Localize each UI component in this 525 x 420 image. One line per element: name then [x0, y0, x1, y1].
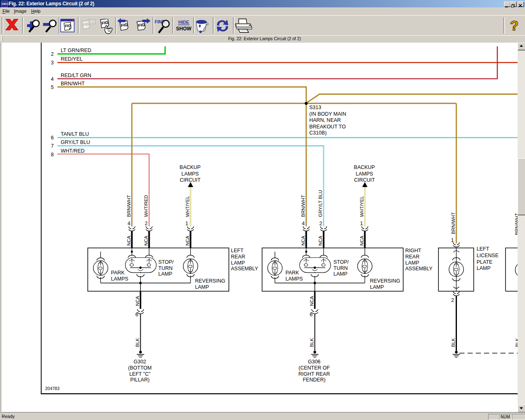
svg-text:REVERSING: REVERSING	[370, 278, 400, 284]
svg-text:NCA: NCA	[185, 235, 190, 246]
svg-text:FENDER): FENDER)	[303, 377, 326, 383]
svg-text:1: 1	[360, 221, 363, 226]
svg-text:REAR: REAR	[231, 254, 245, 260]
svg-text:BRN/WHT: BRN/WHT	[451, 212, 456, 234]
svg-text:RIGHT: RIGHT	[405, 248, 421, 253]
svg-text:(BOTTOM: (BOTTOM	[128, 365, 151, 371]
svg-text:GRY/LT BLU: GRY/LT BLU	[318, 190, 323, 217]
svg-text:HIDE: HIDE	[178, 20, 189, 25]
svg-text:BRN/WHT: BRN/WHT	[126, 195, 131, 217]
svg-text:8: 8	[51, 152, 54, 158]
svg-text:ASSEMBLY: ASSEMBLY	[231, 266, 258, 272]
svg-text:LICENSE: LICENSE	[477, 253, 499, 258]
svg-text:2: 2	[451, 297, 454, 303]
svg-text:PARK: PARK	[285, 270, 299, 276]
svg-text:LAMP: LAMP	[370, 284, 384, 290]
svg-text:LAMPS: LAMPS	[356, 171, 373, 177]
svg-text:BLK: BLK	[135, 338, 140, 347]
svg-text:NCA: NCA	[126, 235, 131, 246]
svg-text:FIG: FIG	[121, 22, 128, 27]
svg-text:WHT/RED: WHT/RED	[61, 148, 84, 154]
svg-text:C310B): C310B)	[309, 130, 326, 136]
svg-text:4: 4	[128, 221, 130, 226]
svg-text:LAMP: LAMP	[158, 271, 172, 277]
svg-text:TAN/LT BLU: TAN/LT BLU	[61, 131, 89, 137]
svg-text:LAMPS: LAMPS	[285, 276, 303, 282]
svg-text:ASSEMBLY: ASSEMBLY	[405, 266, 433, 272]
svg-text:NCA: NCA	[301, 235, 306, 246]
svg-text:BACKUP: BACKUP	[354, 164, 375, 170]
svg-text:(IN BODY MAIN: (IN BODY MAIN	[309, 111, 346, 117]
svg-text:PILLAR): PILLAR)	[130, 377, 149, 383]
svg-text:NCA: NCA	[309, 296, 314, 306]
svg-text:LEFT "C": LEFT "C"	[129, 371, 151, 377]
svg-text:FIG: FIG	[101, 20, 109, 25]
svg-text:LAMPS: LAMPS	[111, 276, 128, 282]
svg-text:(CENTER OF: (CENTER OF	[299, 365, 330, 371]
svg-text:WHT/YEL: WHT/YEL	[359, 196, 364, 217]
svg-text:NCA: NCA	[135, 296, 140, 306]
svg-text:G306: G306	[308, 359, 321, 365]
svg-text:WHT/RED: WHT/RED	[144, 195, 148, 217]
svg-text:TURN: TURN	[158, 265, 173, 271]
svg-text:LAMP: LAMP	[477, 265, 491, 271]
svg-text:RED/YEL: RED/YEL	[61, 56, 83, 62]
svg-text:BRN/WHT: BRN/WHT	[61, 81, 85, 87]
svg-text:LAMP: LAMP	[405, 260, 419, 266]
svg-text:5: 5	[51, 84, 54, 90]
svg-text:CIRCUIT: CIRCUIT	[180, 177, 201, 183]
svg-text:6: 6	[310, 312, 313, 317]
svg-text:?: ?	[510, 18, 519, 33]
svg-text:6: 6	[51, 135, 54, 141]
svg-text:NCA: NCA	[144, 235, 148, 246]
svg-text:SHOW: SHOW	[176, 26, 192, 32]
svg-text:TURN: TURN	[333, 265, 348, 271]
svg-text:FIG: FIG	[65, 23, 71, 28]
svg-text:7: 7	[51, 143, 54, 149]
svg-text:2: 2	[51, 51, 54, 57]
svg-text:3: 3	[51, 60, 54, 66]
svg-text:STOP/: STOP/	[158, 259, 174, 265]
svg-text:LEFT: LEFT	[477, 246, 489, 252]
svg-text:REVERSING: REVERSING	[195, 278, 226, 284]
svg-text:2: 2	[320, 221, 322, 226]
svg-text:PARK: PARK	[111, 270, 125, 276]
svg-text:4: 4	[302, 221, 305, 226]
svg-text:S313: S313	[309, 105, 321, 110]
svg-text:LAMPS: LAMPS	[181, 171, 199, 177]
svg-text:CIRCUIT: CIRCUIT	[354, 177, 375, 183]
svg-text:BLK: BLK	[309, 338, 314, 347]
svg-text:BRN/WHT: BRN/WHT	[301, 195, 306, 217]
svg-text:BLK: BLK	[451, 338, 456, 347]
svg-text:BREAKOUT TO: BREAKOUT TO	[309, 124, 346, 130]
svg-text:LAMP: LAMP	[231, 260, 245, 266]
svg-text:G302: G302	[134, 359, 146, 365]
svg-text:WHT/YEL: WHT/YEL	[185, 196, 190, 217]
svg-text:LEFT: LEFT	[231, 248, 244, 253]
svg-text:NCA: NCA	[318, 235, 323, 246]
svg-text:4: 4	[51, 76, 54, 82]
svg-text:RED/LT GRN: RED/LT GRN	[61, 73, 91, 78]
svg-text:2: 2	[145, 221, 148, 226]
svg-text:1: 1	[185, 221, 188, 226]
svg-text:LAMP: LAMP	[333, 271, 347, 277]
svg-text:REAR: REAR	[405, 254, 420, 260]
svg-text:GRY/LT BLU: GRY/LT BLU	[61, 139, 90, 145]
svg-text:RIGHT REAR: RIGHT REAR	[299, 371, 330, 377]
svg-text:STOP/: STOP/	[333, 259, 349, 265]
svg-text:LAMP: LAMP	[195, 284, 209, 290]
svg-text:204783: 204783	[45, 386, 59, 391]
svg-text:HARN, NEAR: HARN, NEAR	[309, 117, 341, 123]
svg-text:BACKUP: BACKUP	[180, 164, 201, 170]
svg-text:LT GRN/RED: LT GRN/RED	[61, 48, 91, 53]
svg-text:NCA: NCA	[359, 235, 364, 246]
svg-text:PLATE: PLATE	[477, 259, 493, 265]
svg-text:FIG: FIG	[83, 22, 90, 27]
svg-text:1: 1	[451, 237, 454, 243]
svg-text:6: 6	[135, 312, 138, 317]
svg-text:FIG: FIG	[138, 22, 145, 27]
